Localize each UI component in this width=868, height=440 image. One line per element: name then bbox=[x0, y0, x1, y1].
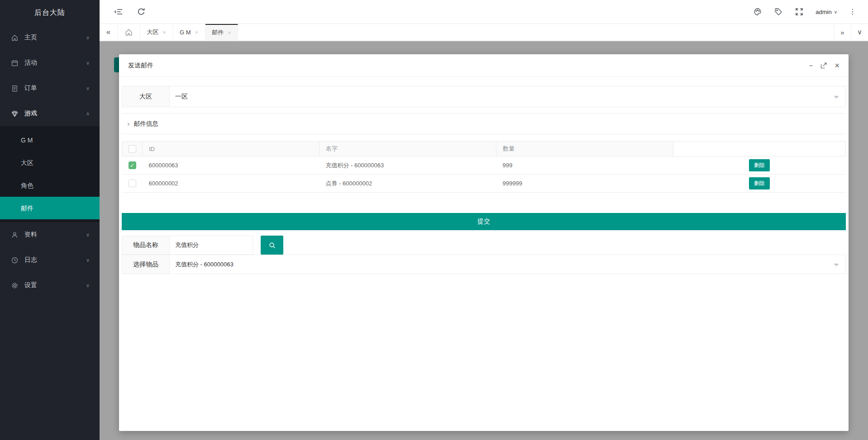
close-icon[interactable]: × bbox=[835, 62, 839, 70]
chevron-down-icon: ∨ bbox=[834, 9, 837, 14]
tab-label: G M bbox=[180, 29, 191, 36]
region-label: 大区 bbox=[122, 86, 170, 107]
username-label: admin bbox=[816, 9, 831, 15]
tab-home[interactable] bbox=[118, 24, 140, 40]
cell-name: 充值积分 - 600000063 bbox=[320, 156, 496, 175]
game-submenu: G M 大区 角色 邮件 bbox=[0, 126, 100, 222]
select-caret-icon bbox=[834, 96, 839, 99]
chevron-down-icon: ∨ bbox=[86, 283, 90, 289]
table-header-row: ID 名字 数量 bbox=[122, 142, 846, 156]
item-name-label: 物品名称 bbox=[122, 236, 170, 254]
fullscreen-icon[interactable] bbox=[795, 7, 804, 16]
sidebar-subitem-role[interactable]: 角色 bbox=[0, 174, 100, 197]
sidebar-item-game[interactable]: 游戏 ∧ bbox=[0, 101, 100, 126]
dialog-header: 发送邮件 − × bbox=[119, 54, 849, 77]
sidebar: 后台大陆 主页 ∨ 活动 ∨ 订单 ∨ 游戏 ∧ G M 大区 角色 邮件 资料… bbox=[0, 0, 100, 440]
col-header-qty: 数量 bbox=[496, 142, 673, 156]
user-menu[interactable]: admin ∨ bbox=[816, 9, 837, 15]
select-item-row[interactable]: 选择物品 充值积分 - 600000063 bbox=[122, 255, 846, 274]
sidebar-item-profile[interactable]: 资料 ∨ bbox=[0, 222, 100, 247]
minimize-icon[interactable]: − bbox=[809, 62, 813, 69]
top-toolbar: admin ∨ ⋮ bbox=[100, 0, 868, 24]
tab-mail[interactable]: 邮件 × bbox=[205, 24, 238, 40]
order-icon bbox=[11, 85, 19, 92]
dialog-title: 发送邮件 bbox=[128, 62, 153, 70]
tab-label: 大区 bbox=[147, 28, 158, 36]
mail-info-label: 邮件信息 bbox=[134, 120, 158, 128]
tab-close-icon[interactable]: × bbox=[228, 29, 231, 36]
delete-button[interactable]: 删除 bbox=[749, 177, 770, 189]
sidebar-item-orders[interactable]: 订单 ∨ bbox=[0, 76, 100, 101]
sidebar-item-label: 活动 bbox=[24, 59, 37, 67]
chevron-down-icon: ∨ bbox=[86, 35, 90, 41]
select-item-label: 选择物品 bbox=[122, 255, 170, 274]
sidebar-item-label: 设置 bbox=[24, 281, 37, 289]
sidebar-subitem-gm[interactable]: G M bbox=[0, 129, 100, 151]
refresh-icon[interactable] bbox=[137, 7, 146, 16]
dialog-body: 大区 一区 › 邮件信息 ID 名字 数量 ✓ 600000063 充值积分 -… bbox=[119, 86, 849, 274]
row-checkbox-checked[interactable]: ✓ bbox=[129, 161, 136, 169]
cell-id: 600000002 bbox=[143, 175, 320, 193]
tabs-scroll-right-button[interactable]: » bbox=[834, 24, 851, 40]
chevron-up-icon: ∧ bbox=[86, 111, 90, 117]
table-row: ✓ 600000063 充值积分 - 600000063 999 删除 bbox=[122, 156, 846, 175]
tab-region[interactable]: 大区 × bbox=[140, 24, 173, 40]
col-header-actions bbox=[673, 142, 846, 156]
sidebar-item-label: 日志 bbox=[24, 256, 37, 264]
sidebar-item-settings[interactable]: 设置 ∨ bbox=[0, 273, 100, 298]
sidebar-fold-icon[interactable] bbox=[114, 7, 123, 16]
app-logo: 后台大陆 bbox=[0, 0, 100, 25]
tabs-menu-button[interactable]: ∨ bbox=[851, 24, 868, 40]
sidebar-item-label: 主页 bbox=[24, 33, 37, 42]
select-item-value: 充值积分 - 600000063 bbox=[170, 255, 845, 274]
select-caret-icon bbox=[834, 264, 839, 266]
theme-palette-icon[interactable] bbox=[753, 7, 762, 16]
row-checkbox-unchecked[interactable] bbox=[129, 180, 136, 187]
profile-icon bbox=[11, 231, 19, 239]
search-button[interactable] bbox=[261, 236, 283, 255]
tab-close-icon[interactable]: × bbox=[195, 29, 198, 36]
clock-icon bbox=[11, 256, 19, 264]
cell-qty: 999 bbox=[496, 156, 673, 175]
delete-button[interactable]: 删除 bbox=[749, 159, 770, 171]
select-all-checkbox[interactable] bbox=[129, 145, 136, 153]
send-mail-dialog: 发送邮件 − × 大区 一区 › 邮件信息 ID 名字 数量 bbox=[119, 54, 849, 431]
sidebar-item-activity[interactable]: 活动 ∨ bbox=[0, 50, 100, 76]
activity-icon bbox=[11, 59, 19, 67]
sidebar-item-label: 订单 bbox=[24, 84, 37, 92]
chevron-down-icon: ∨ bbox=[86, 232, 90, 238]
submit-button[interactable]: 提交 bbox=[122, 213, 846, 230]
more-menu-icon[interactable]: ⋮ bbox=[849, 8, 856, 15]
cell-qty: 999999 bbox=[496, 175, 673, 193]
tag-icon[interactable] bbox=[774, 7, 783, 16]
home-icon bbox=[11, 34, 19, 42]
search-icon bbox=[268, 241, 276, 249]
sidebar-subitem-mail[interactable]: 邮件 bbox=[0, 197, 100, 219]
maximize-icon[interactable] bbox=[820, 62, 827, 69]
home-tab-icon bbox=[124, 28, 133, 37]
game-gem-icon bbox=[11, 110, 19, 118]
gear-icon bbox=[11, 282, 19, 289]
sidebar-subitem-region[interactable]: 大区 bbox=[0, 151, 100, 174]
col-header-name: 名字 bbox=[320, 142, 496, 156]
item-name-field: 物品名称 bbox=[122, 236, 253, 255]
col-header-id: ID bbox=[143, 142, 320, 156]
chevron-down-icon: ∨ bbox=[86, 257, 90, 263]
cell-name: 点券 - 600000002 bbox=[320, 175, 496, 193]
tab-gm[interactable]: G M × bbox=[173, 24, 205, 40]
cell-id: 600000063 bbox=[143, 156, 320, 175]
mail-items-table: ID 名字 数量 ✓ 600000063 充值积分 - 600000063 99… bbox=[122, 141, 846, 193]
tab-label: 邮件 bbox=[212, 28, 224, 37]
tabs-scroll-left-button[interactable]: « bbox=[100, 24, 118, 40]
item-name-input[interactable] bbox=[170, 236, 251, 254]
chevron-down-icon: ∨ bbox=[86, 60, 90, 66]
mail-info-collapse-header[interactable]: › 邮件信息 bbox=[122, 113, 846, 134]
collapse-arrow-icon: › bbox=[127, 120, 130, 128]
tab-bar: « 大区 × G M × 邮件 × » ∨ bbox=[100, 24, 868, 41]
sidebar-item-home[interactable]: 主页 ∨ bbox=[0, 25, 100, 50]
item-search-row: 物品名称 bbox=[122, 236, 846, 255]
sidebar-item-label: 资料 bbox=[24, 231, 37, 239]
region-select-row[interactable]: 大区 一区 bbox=[122, 86, 846, 107]
tab-close-icon[interactable]: × bbox=[162, 29, 166, 36]
sidebar-item-logs[interactable]: 日志 ∨ bbox=[0, 247, 100, 273]
